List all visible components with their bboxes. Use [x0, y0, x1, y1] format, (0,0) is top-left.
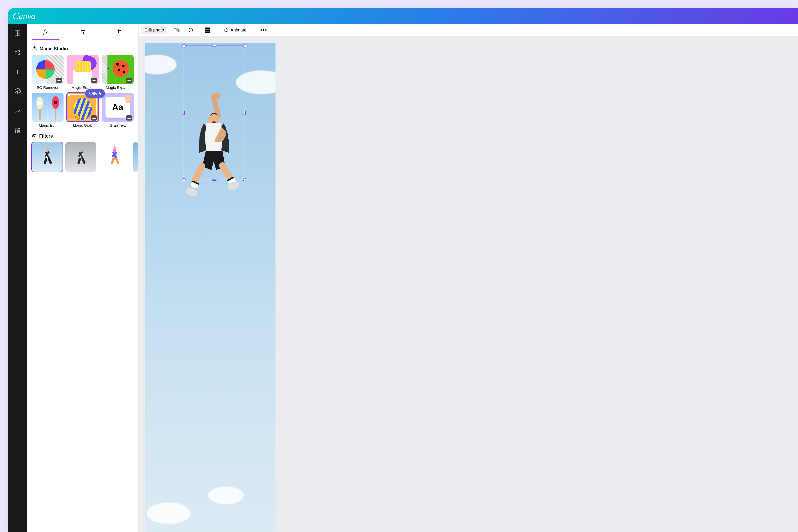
workspace: fx Magic Studio	[8, 24, 279, 186]
tool-label: Magic Grab	[73, 123, 92, 128]
resize-handle-br[interactable]	[243, 178, 246, 181]
tool-grab-text[interactable]: Aa Grab Text	[102, 93, 134, 128]
toolbar-separator	[199, 26, 199, 34]
titlebar: Canva	[8, 8, 279, 24]
svg-point-47	[225, 28, 228, 32]
overlap-circles-icon	[32, 133, 37, 139]
canvas-stage[interactable]	[138, 36, 279, 186]
tool-magic-eraser[interactable]: Magic Eraser	[67, 55, 98, 90]
object-rail	[8, 24, 27, 186]
svg-rect-41	[111, 157, 115, 164]
side-panel: fx Magic Studio	[27, 24, 138, 186]
flip-button[interactable]: Flip	[170, 26, 184, 35]
svg-point-13	[19, 130, 20, 131]
tool-label: Grab Text	[110, 123, 126, 128]
svg-rect-42	[115, 157, 119, 164]
draw-icon[interactable]	[14, 107, 21, 115]
brand-logo[interactable]: Canva	[13, 11, 35, 21]
tool-label: Magic Expand	[106, 86, 130, 90]
magic-expand-thumb	[102, 55, 134, 84]
resize-handle-b[interactable]	[212, 179, 216, 181]
bg-remover-thumb	[32, 55, 63, 84]
selection-box[interactable]	[184, 45, 245, 180]
animate-button[interactable]: Animate	[220, 26, 250, 35]
tool-magic-edit[interactable]: Magic Edit	[32, 93, 63, 128]
tool-magic-expand[interactable]: Magic Expand	[102, 55, 134, 90]
svg-point-16	[19, 131, 20, 132]
svg-rect-34	[77, 157, 81, 164]
filters-header: Filters	[32, 133, 134, 139]
tool-label: BG Remover	[37, 86, 59, 90]
svg-point-14	[15, 131, 16, 132]
resize-handle-l[interactable]	[183, 111, 185, 115]
svg-rect-35	[81, 157, 86, 164]
collaborator-cursor-icon	[84, 104, 91, 112]
position-button[interactable]	[204, 26, 211, 35]
section-title: Filters	[39, 133, 53, 139]
filter-cool[interactable]	[133, 142, 138, 172]
section-title: Magic Studio	[40, 46, 68, 52]
magic-eraser-thumb	[67, 55, 98, 84]
svg-rect-28	[48, 157, 52, 164]
sparkles-icon	[32, 45, 37, 52]
more-button[interactable]	[259, 26, 269, 35]
edit-photo-button[interactable]: Edit photo	[141, 26, 167, 35]
collaborator-badge: Olivia	[85, 89, 105, 98]
adjust-tab[interactable]	[64, 24, 101, 40]
filters-row	[32, 142, 134, 172]
templates-icon[interactable]	[14, 29, 21, 37]
svg-point-9	[17, 128, 18, 129]
svg-point-3	[18, 50, 20, 52]
svg-point-7	[19, 111, 20, 111]
elements-icon[interactable]	[14, 49, 21, 57]
grab-text-thumb: Aa	[102, 93, 134, 121]
resize-handle-tr[interactable]	[243, 44, 246, 48]
svg-point-12	[17, 130, 18, 131]
crop-tab[interactable]	[101, 24, 138, 40]
premium-badge-icon	[126, 115, 132, 120]
panel-body: Magic Studio BG Remover	[27, 40, 138, 172]
magic-edit-thumb	[32, 93, 63, 121]
canvas-area: Edit photo Flip Animate	[138, 24, 279, 186]
filter-vivid[interactable]	[99, 142, 130, 172]
context-toolbar: Edit photo Flip Animate	[138, 24, 279, 36]
tool-magic-grab[interactable]: Olivia ✊ Magic Grab	[67, 93, 98, 128]
apps-grid-icon[interactable]	[14, 126, 21, 134]
premium-badge-icon	[56, 78, 62, 83]
premium-badge-icon	[91, 78, 97, 83]
resize-handle-tl[interactable]	[183, 44, 186, 48]
app-window: Canva fx	[8, 8, 279, 186]
resize-handle-bl[interactable]	[183, 178, 186, 181]
more-dots-icon	[261, 29, 267, 31]
filter-grayscale[interactable]	[65, 142, 96, 172]
animate-icon	[224, 27, 229, 33]
tool-label: Magic Edit	[39, 123, 56, 128]
svg-point-15	[17, 131, 18, 132]
svg-point-11	[15, 130, 16, 131]
layers-stack-icon	[205, 27, 210, 33]
premium-badge-icon	[91, 115, 97, 120]
info-button[interactable]	[187, 26, 194, 35]
premium-badge-icon	[126, 78, 132, 83]
magic-studio-grid: BG Remover Magic Eraser	[32, 55, 134, 128]
effects-tab[interactable]: fx	[27, 24, 64, 40]
resize-handle-t[interactable]	[212, 45, 216, 46]
svg-point-8	[15, 128, 16, 129]
text-icon[interactable]	[14, 68, 21, 76]
panel-tabs: fx	[27, 24, 138, 40]
magic-studio-header: Magic Studio	[32, 45, 134, 52]
filter-none[interactable]	[32, 142, 62, 172]
uploads-icon[interactable]	[14, 88, 21, 95]
svg-point-10	[19, 128, 20, 129]
toolbar-separator	[254, 26, 254, 34]
svg-rect-27	[43, 157, 48, 164]
grab-hand-icon: ✊	[75, 115, 80, 120]
resize-handle-r[interactable]	[244, 111, 246, 115]
tool-bg-remover[interactable]: BG Remover	[32, 55, 63, 90]
canvas-photo[interactable]	[145, 43, 276, 186]
